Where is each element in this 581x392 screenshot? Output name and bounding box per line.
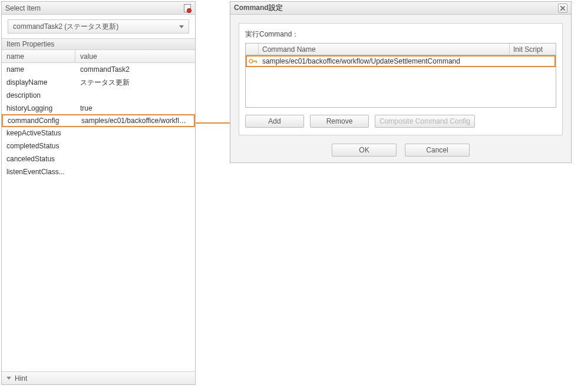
select-item-panel: Select Item commandTask2 (ステータス更新) Item … xyxy=(1,1,196,385)
table-row[interactable]: namecommandTask2 xyxy=(2,63,195,76)
table-row[interactable]: displayNameステータス更新 xyxy=(2,76,195,89)
table-row[interactable]: keepActiveStatus xyxy=(2,127,195,139)
close-icon xyxy=(560,5,566,11)
select-item-header: Select Item xyxy=(2,2,195,15)
properties-table: name value namecommandTask2 displayNameス… xyxy=(2,50,195,371)
table-row[interactable]: description xyxy=(2,89,195,102)
dialog-actions: OK Cancel xyxy=(230,144,571,157)
col-init-script[interactable]: Init Script xyxy=(510,44,556,55)
select-item-title: Select Item xyxy=(5,4,41,12)
command-table: Command Name Init Script samples/ec01/ba… xyxy=(245,43,556,108)
table-row[interactable]: historyLoggingtrue xyxy=(2,102,195,115)
ok-button[interactable]: OK xyxy=(332,144,397,157)
cancel-button[interactable]: Cancel xyxy=(405,144,470,157)
add-button[interactable]: Add xyxy=(245,115,304,128)
close-button[interactable] xyxy=(558,4,567,13)
item-properties-header: Item Properties xyxy=(2,38,195,50)
chevron-down-icon xyxy=(6,377,11,380)
table-row[interactable]: completedStatus xyxy=(2,139,195,152)
table-row-commandconfig[interactable]: commandConfigsamples/ec01/backoffice/wor… xyxy=(2,114,195,127)
item-dropdown-value: commandTask2 (ステータス更新) xyxy=(13,22,118,32)
chevron-down-icon xyxy=(179,25,184,28)
remove-button[interactable]: Remove xyxy=(310,115,369,128)
table-row[interactable]: canceledStatus xyxy=(2,152,195,165)
dialog-body: 実行Command： Command Name Init Script samp… xyxy=(239,23,563,135)
col-name[interactable]: name xyxy=(2,50,75,62)
connector-line xyxy=(196,122,230,124)
command-table-head: Command Name Init Script xyxy=(246,44,556,55)
item-dropdown[interactable]: commandTask2 (ステータス更新) xyxy=(8,19,189,34)
new-doc-icon[interactable] xyxy=(183,4,192,12)
command-config-dialog: Command設定 実行Command： Command Name Init S… xyxy=(230,1,572,163)
properties-table-body: namecommandTask2 displayNameステータス更新 desc… xyxy=(2,63,195,178)
hint-section[interactable]: Hint xyxy=(2,371,195,384)
composite-config-button: Composite Command Config xyxy=(375,115,475,128)
command-name-cell: samples/ec01/backoffice/workflow/UpdateS… xyxy=(260,57,510,65)
exec-command-label: 実行Command： xyxy=(245,29,556,39)
command-row[interactable]: samples/ec01/backoffice/workflow/UpdateS… xyxy=(246,55,556,67)
col-command-name[interactable]: Command Name xyxy=(259,44,510,55)
col-icon[interactable] xyxy=(246,44,259,55)
key-icon xyxy=(247,56,260,67)
command-buttons: Add Remove Composite Command Config xyxy=(245,115,556,128)
properties-table-head: name value xyxy=(2,50,195,63)
dialog-title: Command設定 xyxy=(234,3,283,13)
dialog-titlebar[interactable]: Command設定 xyxy=(230,2,571,15)
table-row[interactable]: listenEventClass... xyxy=(2,165,195,178)
svg-rect-2 xyxy=(256,61,257,63)
hint-label: Hint xyxy=(15,374,27,383)
col-value[interactable]: value xyxy=(75,50,195,62)
